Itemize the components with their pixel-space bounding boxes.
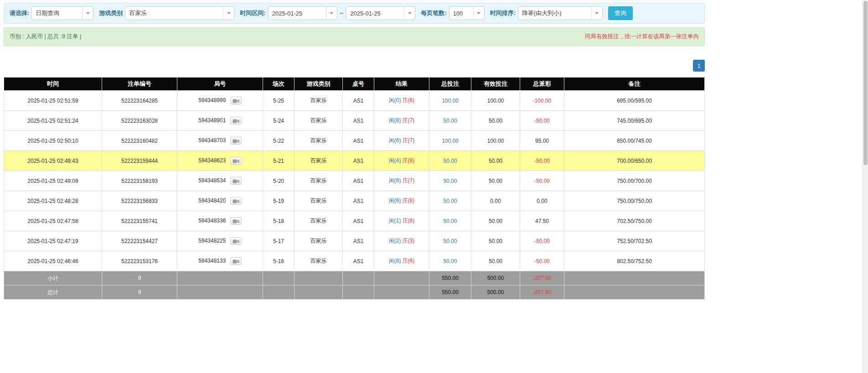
replay-video-icon[interactable] [230, 237, 242, 245]
game-category-value: 百家乐 [125, 9, 150, 17]
replay-video-icon[interactable] [230, 137, 242, 145]
cell-total-bet[interactable]: 50.00 [429, 231, 471, 251]
filter-bar: 请选择: 日期查询 游戏类别 百家乐 时间区间: 2025-01-25 ~ 20… [4, 3, 705, 24]
sort-order-label: 时间排序: [490, 9, 516, 17]
total-bet-link[interactable]: 50.00 [443, 198, 457, 204]
cell-session: 5-18 [263, 211, 294, 231]
cell-game-type: 百家乐 [294, 151, 343, 171]
cell-time: 2025-01-25 02:50:10 [4, 131, 102, 151]
grand-total-payout: -207.50 [520, 285, 564, 300]
cell-valid-bet: 0.00 [471, 191, 520, 211]
total-bet-link[interactable]: 100.00 [442, 98, 459, 104]
grand-total-label: 总计 [4, 285, 102, 300]
cell-round-id: 594348623 [177, 151, 263, 171]
replay-video-icon[interactable] [230, 97, 242, 104]
page-size-label: 每页笔数: [421, 9, 446, 17]
sort-order-value: 降幂(由大到小) [518, 9, 565, 17]
search-button[interactable]: 查询 [608, 6, 633, 20]
chevron-down-icon [223, 7, 234, 20]
total-bet-link[interactable]: 50.00 [443, 258, 457, 264]
cell-total-bet[interactable]: 50.00 [429, 171, 471, 191]
total-bet-link[interactable]: 100.00 [442, 138, 459, 144]
vertical-scrollbar[interactable] [863, 0, 868, 300]
summary-bar: 币别 : 人民币 | 总共 :9 注单 | 同局有效投注，统一计算在该局第一张注… [4, 27, 705, 46]
replay-video-icon[interactable] [230, 157, 242, 165]
cell-round-id: 594348420 [177, 191, 263, 211]
table-row: 2025-01-25 02:51:59 522223164285 5943489… [4, 91, 705, 111]
cell-time: 2025-01-25 02:49:43 [4, 151, 102, 171]
round-id-text: 594348534 [198, 177, 226, 184]
replay-video-icon[interactable] [230, 217, 242, 225]
replay-video-icon[interactable] [230, 257, 242, 265]
cell-total-bet[interactable]: 50.00 [429, 211, 471, 231]
sort-order-select[interactable]: 降幂(由大到小) [518, 6, 603, 20]
player-result: 闲(6) [389, 197, 401, 204]
cell-session: 5-24 [263, 111, 294, 131]
total-bet-link[interactable]: 50.00 [443, 118, 457, 124]
cell-session: 5-17 [263, 231, 294, 251]
cell-table-no: AS1 [343, 111, 374, 131]
footer-spacer-cell [374, 285, 429, 300]
cell-time: 2025-01-25 02:47:19 [4, 231, 102, 251]
subtotal-label: 小计 [4, 271, 102, 285]
cell-round-id: 594348336 [177, 211, 263, 231]
total-bet-link[interactable]: 50.00 [443, 218, 457, 224]
replay-video-icon[interactable] [230, 117, 242, 124]
cell-game-type: 百家乐 [294, 231, 343, 251]
footer-spacer-cell [564, 285, 705, 300]
date-to-input[interactable]: 2025-01-25 [346, 6, 415, 20]
page-size-select[interactable]: 100 [449, 6, 485, 20]
table-row: 2025-01-25 02:51:24 522223163028 5943489… [4, 111, 705, 131]
cell-total-bet[interactable]: 100.00 [429, 91, 471, 111]
header-game-type: 游戏类别 [294, 78, 343, 91]
header-valid-bet: 有效投注 [471, 78, 520, 91]
total-bet-link[interactable]: 50.00 [443, 238, 457, 244]
banker-result: 庄(6) [403, 97, 415, 104]
cell-result: 闲(1)庄(8) [374, 211, 429, 231]
cell-time: 2025-01-25 02:51:24 [4, 111, 102, 131]
cell-total-bet[interactable]: 50.00 [429, 151, 471, 171]
footer-spacer-cell [294, 271, 343, 285]
cell-game-type: 百家乐 [294, 131, 343, 151]
table-row: 2025-01-25 02:50:10 522223160482 5943487… [4, 131, 705, 151]
footer-spacer-cell [564, 271, 705, 285]
cell-bet-id: 522223163028 [102, 111, 177, 131]
cell-time: 2025-01-25 02:47:58 [4, 211, 102, 231]
cell-session: 5-22 [263, 131, 294, 151]
table-row: 2025-01-25 02:47:58 522223155741 5943483… [4, 211, 705, 231]
cell-valid-bet: 50.00 [471, 111, 520, 131]
cell-total-bet[interactable]: 100.00 [429, 131, 471, 151]
player-result: 闲(6) [389, 137, 401, 144]
cell-bet-id: 522223159444 [102, 151, 177, 171]
date-from-input[interactable]: 2025-01-25 [268, 6, 337, 20]
replay-video-icon[interactable] [230, 197, 242, 205]
table-row: 2025-01-25 02:47:19 522223154427 5943482… [4, 231, 705, 251]
cell-result: 闲(6)庄(6) [374, 191, 429, 211]
cell-result: 闲(9)庄(7) [374, 171, 429, 191]
footer-spacer-cell [263, 271, 294, 285]
chevron-down-icon [326, 7, 337, 20]
replay-video-icon[interactable] [230, 177, 242, 185]
subtotal-total-bet: 550.00 [429, 271, 471, 285]
scrollbar-thumb[interactable] [863, 1, 868, 165]
page-button-1[interactable]: 1 [693, 60, 705, 72]
footer-spacer-cell [374, 271, 429, 285]
table-row: 2025-01-25 02:46:46 522223153176 5943481… [4, 251, 705, 271]
page-size-value: 100 [450, 10, 467, 17]
cell-total-bet[interactable]: 50.00 [429, 191, 471, 211]
cell-total-bet[interactable]: 50.00 [429, 111, 471, 131]
cell-round-id: 594348133 [177, 251, 263, 271]
cell-payout: -50.00 [520, 171, 564, 191]
chevron-down-icon [404, 7, 415, 20]
cell-table-no: AS1 [343, 211, 374, 231]
footer-spacer-cell [343, 285, 374, 300]
query-type-value: 日期查询 [32, 9, 63, 17]
round-id-text: 594348901 [198, 117, 226, 124]
round-id-text: 594348336 [198, 218, 226, 224]
cell-total-bet[interactable]: 50.00 [429, 251, 471, 271]
game-category-select[interactable]: 百家乐 [125, 6, 234, 20]
total-bet-link[interactable]: 50.00 [443, 158, 457, 164]
query-type-select[interactable]: 日期查询 [31, 6, 93, 20]
total-bet-link[interactable]: 50.00 [443, 178, 457, 184]
cell-game-type: 百家乐 [294, 211, 343, 231]
